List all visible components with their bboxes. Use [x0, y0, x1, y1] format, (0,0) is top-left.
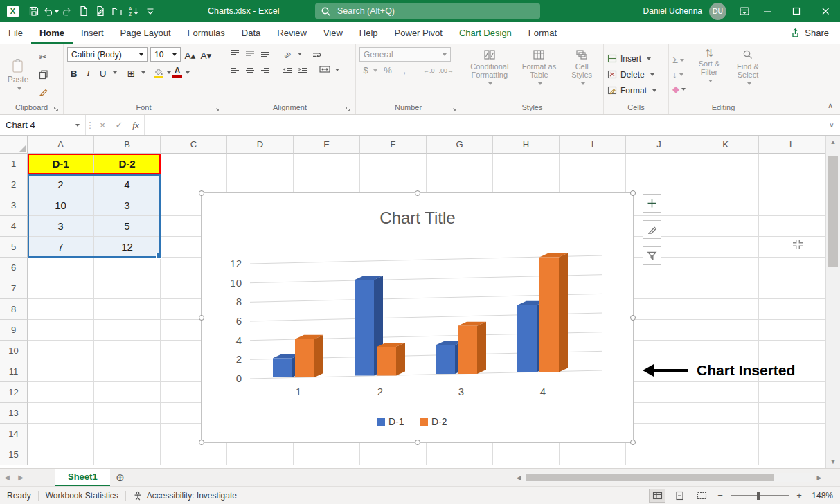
sheet-tab-sheet1[interactable]: Sheet1 — [55, 469, 110, 486]
row-header-3[interactable]: 3 — [0, 195, 28, 216]
cell-A9[interactable] — [28, 320, 94, 341]
cell-B1[interactable]: D-2 — [94, 154, 161, 174]
chart-handle-middle-right[interactable] — [630, 315, 636, 321]
row-header-15[interactable]: 15 — [0, 444, 28, 465]
column-header-J[interactable]: J — [626, 136, 692, 154]
row-header-9[interactable]: 9 — [0, 320, 28, 341]
row-header-1[interactable]: 1 — [0, 154, 28, 174]
cell-L14[interactable] — [759, 424, 825, 444]
find-select-button[interactable]: Find & Select — [730, 47, 766, 102]
chart-handle-top-center[interactable] — [415, 190, 420, 196]
insert-cells-button[interactable]: Insert — [607, 51, 665, 66]
sheet-nav-left-icon[interactable]: ◀ — [0, 474, 14, 481]
zoom-out-button[interactable]: − — [715, 490, 725, 501]
decrease-decimal-button[interactable]: .00→ — [439, 67, 454, 74]
cut-icon[interactable]: ✂ — [36, 51, 50, 64]
row-header-2[interactable]: 2 — [0, 174, 28, 195]
excel-app-icon[interactable]: X — [7, 6, 19, 17]
row-header-14[interactable]: 14 — [0, 424, 28, 444]
row-header-6[interactable]: 6 — [0, 258, 28, 278]
cell-K13[interactable] — [692, 403, 759, 424]
cell-A1[interactable]: D-1 — [28, 154, 94, 174]
cell-A6[interactable] — [28, 258, 94, 278]
formula-input[interactable] — [144, 115, 823, 135]
number-dialog-launcher-icon[interactable] — [451, 106, 456, 111]
row-header-4[interactable]: 4 — [0, 216, 28, 237]
undo-icon[interactable] — [42, 3, 59, 19]
chart-styles-button[interactable] — [643, 220, 661, 239]
cell-H1[interactable] — [493, 154, 560, 174]
column-header-A[interactable]: A — [28, 136, 94, 154]
borders-button[interactable]: ⊞ — [125, 65, 138, 80]
chart-object[interactable]: Chart Title0246810121234D-1D-2 — [201, 192, 634, 443]
fill-color-button[interactable] — [153, 67, 163, 78]
row-header-5[interactable]: 5 — [0, 237, 28, 258]
cell-K15[interactable] — [692, 444, 759, 465]
conditional-formatting-button[interactable]: Conditional Formatting — [465, 47, 515, 102]
row-header-7[interactable]: 7 — [0, 278, 28, 299]
autosum-button[interactable]: Σ — [672, 54, 686, 66]
sort-filter-button[interactable]: ⇅ Sort & Filter — [691, 47, 727, 102]
share-button[interactable]: Share — [790, 28, 829, 38]
cell-L2[interactable] — [759, 174, 825, 195]
chart-handle-bottom-center[interactable] — [415, 440, 420, 445]
cell-I1[interactable] — [560, 154, 626, 174]
row-header-8[interactable]: 8 — [0, 299, 28, 320]
align-top-icon[interactable] — [228, 47, 242, 60]
column-header-I[interactable]: I — [560, 136, 626, 154]
cell-A7[interactable] — [28, 278, 94, 299]
cell-K4[interactable] — [692, 216, 759, 237]
cell-K9[interactable] — [692, 320, 759, 341]
cell-A4[interactable]: 3 — [28, 216, 94, 237]
cell-K12[interactable] — [692, 382, 759, 403]
search-input[interactable] — [336, 6, 535, 17]
ribbon-tab-insert[interactable]: Insert — [73, 22, 112, 44]
ribbon-tab-home[interactable]: Home — [31, 22, 73, 44]
shrink-font-button[interactable]: A▾ — [199, 47, 213, 62]
cell-C15[interactable] — [161, 444, 227, 465]
number-format-combo[interactable]: General — [359, 47, 451, 62]
cell-J14[interactable] — [626, 424, 692, 444]
merge-center-icon[interactable] — [318, 63, 332, 75]
cell-L3[interactable] — [759, 195, 825, 216]
cell-J10[interactable] — [626, 341, 692, 361]
collapse-ribbon-icon[interactable]: ∧ — [828, 101, 833, 110]
cell-styles-button[interactable]: Cell Styles — [564, 47, 600, 102]
maximize-button[interactable] — [782, 0, 811, 22]
ribbon-tab-page-layout[interactable]: Page Layout — [112, 22, 179, 44]
column-header-E[interactable]: E — [294, 136, 360, 154]
cell-B13[interactable] — [94, 403, 161, 424]
cell-K2[interactable] — [692, 174, 759, 195]
cell-J9[interactable] — [626, 320, 692, 341]
zoom-slider[interactable] — [731, 491, 789, 501]
zoom-level[interactable]: 148% — [810, 491, 833, 501]
cell-K5[interactable] — [692, 237, 759, 258]
fill-button[interactable]: ↓ — [672, 69, 686, 81]
hscroll-right-icon[interactable]: ▶ — [814, 474, 825, 481]
formula-bar-expand-icon[interactable]: ∨ — [823, 115, 840, 135]
cell-B6[interactable] — [94, 258, 161, 278]
hscroll-left-icon[interactable]: ◀ — [513, 474, 524, 481]
ribbon-tab-file[interactable]: File — [0, 22, 31, 44]
cell-L13[interactable] — [759, 403, 825, 424]
edit-document-icon[interactable] — [92, 3, 109, 19]
cell-K7[interactable] — [692, 278, 759, 299]
cell-B9[interactable] — [94, 320, 161, 341]
cell-K3[interactable] — [692, 195, 759, 216]
increase-decimal-button[interactable]: ←.0 — [423, 67, 435, 74]
cell-C1[interactable] — [161, 154, 227, 174]
font-size-combo[interactable]: 10 — [150, 47, 181, 62]
save-icon[interactable] — [26, 3, 42, 19]
column-header-D[interactable]: D — [227, 136, 294, 154]
underline-button[interactable]: U — [96, 65, 109, 80]
qat-customize-icon[interactable] — [142, 3, 159, 19]
percent-style-button[interactable]: % — [382, 65, 394, 75]
cell-B4[interactable]: 5 — [94, 216, 161, 237]
cell-D15[interactable] — [227, 444, 294, 465]
cell-A11[interactable] — [28, 361, 94, 382]
zoom-in-button[interactable]: + — [794, 490, 804, 501]
normal-view-button[interactable] — [649, 489, 665, 503]
vertical-scrollbar[interactable]: ▲ ▼ — [825, 136, 840, 468]
grow-font-button[interactable]: A▴ — [184, 47, 197, 62]
accessibility-status[interactable]: Accessibility: Investigate — [133, 491, 237, 501]
